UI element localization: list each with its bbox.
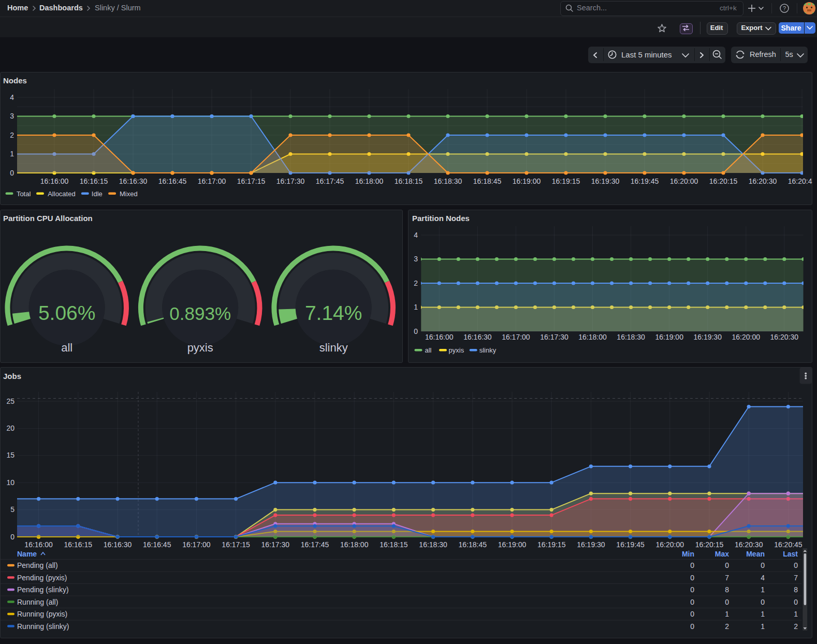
svg-text:1: 1 <box>414 303 418 311</box>
svg-text:15: 15 <box>6 451 14 459</box>
svg-text:0: 0 <box>690 561 694 569</box>
svg-text:16:16:30: 16:16:30 <box>463 333 492 341</box>
svg-text:1: 1 <box>761 586 765 594</box>
svg-text:3: 3 <box>414 255 418 263</box>
svg-text:Name: Name <box>17 550 37 558</box>
svg-text:Mixed: Mixed <box>120 190 138 198</box>
svg-text:16:19:15: 16:19:15 <box>552 177 580 185</box>
svg-text:2: 2 <box>725 622 729 631</box>
svg-text:slinky: slinky <box>479 346 497 354</box>
svg-text:0.893%: 0.893% <box>169 303 231 324</box>
svg-text:slinky: slinky <box>319 341 348 354</box>
svg-text:0: 0 <box>761 598 765 606</box>
svg-text:16:19:15: 16:19:15 <box>537 540 566 549</box>
svg-text:5: 5 <box>10 505 14 514</box>
svg-text:Running (slinky): Running (slinky) <box>17 622 69 631</box>
svg-text:16:20:00: 16:20:00 <box>670 177 698 185</box>
svg-text:16:17:00: 16:17:00 <box>502 333 530 341</box>
svg-text:16:16:30: 16:16:30 <box>119 177 148 185</box>
svg-text:0: 0 <box>690 610 694 618</box>
svg-text:Last: Last <box>783 550 798 558</box>
svg-text:0: 0 <box>794 561 798 569</box>
svg-text:16:20:15: 16:20:15 <box>709 177 738 185</box>
svg-text:16:16:00: 16:16:00 <box>24 540 53 549</box>
svg-text:Allocated: Allocated <box>48 190 75 198</box>
svg-text:16:16:15: 16:16:15 <box>64 540 93 549</box>
svg-text:16:17:15: 16:17:15 <box>237 177 266 185</box>
svg-text:?: ? <box>783 5 786 11</box>
svg-text:16:19:00: 16:19:00 <box>498 540 527 549</box>
svg-text:16:20:00: 16:20:00 <box>656 540 684 549</box>
svg-text:16:18:00: 16:18:00 <box>340 540 369 549</box>
svg-text:10: 10 <box>6 478 14 487</box>
svg-text:Max: Max <box>715 550 729 558</box>
svg-text:16:16:00: 16:16:00 <box>40 177 69 185</box>
svg-text:Pending (slinky): Pending (slinky) <box>17 586 69 594</box>
svg-text:1: 1 <box>794 610 798 618</box>
svg-text:16:18:15: 16:18:15 <box>395 177 423 185</box>
svg-text:16:18:15: 16:18:15 <box>380 540 408 549</box>
svg-text:16:19:45: 16:19:45 <box>631 177 659 185</box>
svg-text:Total: Total <box>17 190 31 198</box>
svg-text:1: 1 <box>761 622 765 631</box>
svg-text:25: 25 <box>6 397 14 405</box>
svg-text:16:18:45: 16:18:45 <box>459 540 487 549</box>
svg-text:Min: Min <box>682 550 694 558</box>
svg-text:16:18:45: 16:18:45 <box>473 177 502 185</box>
svg-text:4: 4 <box>414 231 418 239</box>
svg-text:all: all <box>61 341 72 354</box>
svg-text:pyxis: pyxis <box>449 346 464 354</box>
svg-text:7.14%: 7.14% <box>305 302 362 324</box>
svg-text:16:17:30: 16:17:30 <box>276 177 305 185</box>
svg-text:16:20:45: 16:20:45 <box>774 540 803 549</box>
svg-text:pyxis: pyxis <box>187 341 213 354</box>
svg-text:20: 20 <box>6 424 14 432</box>
svg-text:Running (all): Running (all) <box>17 598 58 606</box>
svg-text:Pending (all): Pending (all) <box>17 561 58 569</box>
svg-text:0: 0 <box>690 586 694 594</box>
svg-text:0: 0 <box>414 327 418 335</box>
svg-text:all: all <box>425 346 432 354</box>
svg-text:16:19:00: 16:19:00 <box>655 333 683 341</box>
svg-text:16:18:00: 16:18:00 <box>355 177 384 185</box>
svg-text:16:17:00: 16:17:00 <box>198 177 226 185</box>
svg-text:Pending (pyxis): Pending (pyxis) <box>17 574 67 582</box>
svg-text:16:20:30: 16:20:30 <box>735 540 763 549</box>
svg-text:16:17:15: 16:17:15 <box>222 540 250 549</box>
svg-text:Mean: Mean <box>746 550 765 558</box>
svg-text:16:19:45: 16:19:45 <box>616 540 645 549</box>
svg-text:16:20:30: 16:20:30 <box>770 333 799 341</box>
svg-text:0: 0 <box>794 598 798 606</box>
svg-text:16:20:30: 16:20:30 <box>749 177 777 185</box>
svg-text:16:18:30: 16:18:30 <box>419 540 447 549</box>
svg-text:16:19:30: 16:19:30 <box>693 333 722 341</box>
svg-text:0: 0 <box>725 598 729 606</box>
svg-text:16:17:00: 16:17:00 <box>182 540 211 549</box>
svg-text:16:17:30: 16:17:30 <box>540 333 568 341</box>
svg-text:0: 0 <box>10 533 14 541</box>
svg-text:16:19:30: 16:19:30 <box>577 540 605 549</box>
svg-text:16:17:45: 16:17:45 <box>316 177 344 185</box>
svg-text:0: 0 <box>10 169 14 177</box>
svg-text:3: 3 <box>10 112 14 120</box>
svg-text:0: 0 <box>690 574 694 582</box>
svg-text:16:18:30: 16:18:30 <box>617 333 645 341</box>
svg-text:5.06%: 5.06% <box>38 302 96 324</box>
svg-text:16:17:45: 16:17:45 <box>301 540 329 549</box>
svg-text:1: 1 <box>10 150 14 158</box>
svg-text:8: 8 <box>725 586 729 594</box>
svg-text:16:16:15: 16:16:15 <box>80 177 108 185</box>
svg-text:16:19:00: 16:19:00 <box>513 177 541 185</box>
svg-text:16:20:45: 16:20:45 <box>788 177 812 185</box>
svg-text:0: 0 <box>690 622 694 631</box>
svg-text:0: 0 <box>761 561 765 569</box>
svg-text:16:19:30: 16:19:30 <box>591 177 620 185</box>
svg-text:2: 2 <box>794 622 798 631</box>
svg-text:16:18:30: 16:18:30 <box>434 177 462 185</box>
svg-text:0: 0 <box>725 561 729 569</box>
svg-text:1: 1 <box>725 610 729 618</box>
svg-text:16:16:45: 16:16:45 <box>143 540 171 549</box>
svg-text:16:16:00: 16:16:00 <box>425 333 454 341</box>
svg-text:2: 2 <box>10 131 14 139</box>
svg-text:Idle: Idle <box>92 190 103 198</box>
